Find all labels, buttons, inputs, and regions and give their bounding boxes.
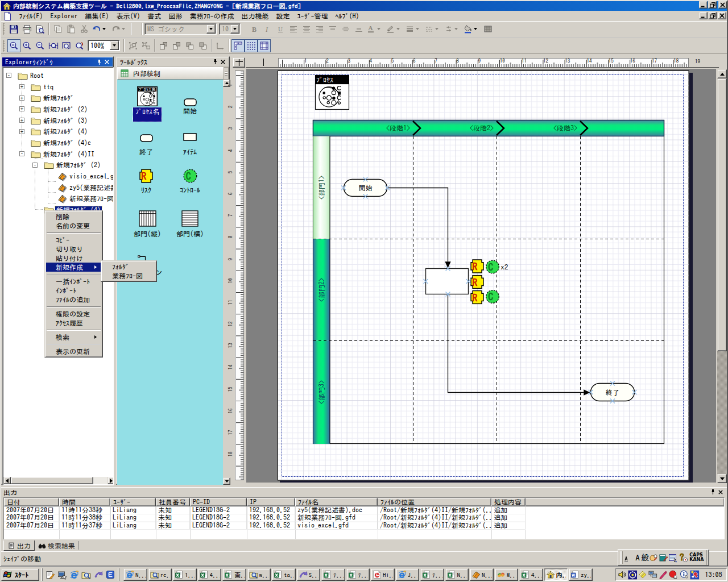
fill-color-dropdown[interactable] [474,28,477,32]
menu-item[interactable]: Explorer [47,12,81,20]
context-menu-item[interactable] [46,327,101,332]
italic-button[interactable]: I [260,23,274,36]
fill-pattern-button[interactable] [481,23,494,36]
taskbar-button[interactable]: ﾃ... [346,568,370,581]
submenu-item[interactable]: ﾌｫﾙﾀﾞ [102,262,155,271]
zoom-page-button[interactable] [60,39,73,52]
line-weight-button[interactable] [404,23,423,36]
column-header[interactable]: 処理内容 [491,498,526,506]
ime-help-button[interactable]: ? [678,551,688,564]
taskbar-button[interactable]: 1... [173,568,197,581]
ime-input-mode-button[interactable] [624,551,634,564]
menu-item[interactable]: ﾍﾙﾌﾟ(H) [332,12,363,20]
menu-item[interactable]: 図形 [165,12,186,20]
taskbar-button[interactable]: 4... [198,568,222,581]
align-right-button[interactable] [313,23,326,36]
save-button[interactable] [7,23,20,36]
line-style-dropdown[interactable] [435,28,439,32]
output-tab[interactable]: 出力 [3,541,35,551]
fill-color-button[interactable] [462,23,481,36]
tree-item[interactable]: zy5(業務記述書 [3,182,113,193]
minimize-button[interactable] [699,1,708,9]
taskbar-button[interactable]: ta... [272,568,296,581]
scrollbar-thumb[interactable] [11,477,93,484]
toolbox-item-start[interactable]: 開始 [173,86,207,114]
undo-dropdown[interactable] [102,28,106,32]
font-color-dropdown[interactable] [377,28,380,32]
column-header[interactable]: IP [247,498,295,506]
taskbar-button[interactable]: 画... [222,568,246,581]
close-button[interactable] [718,1,727,9]
cut-button[interactable] [77,23,90,36]
print-preview-button[interactable] [34,23,47,36]
tree-item[interactable]: + ttq [3,81,113,93]
context-menu-item[interactable] [46,304,101,309]
taskbar-button[interactable]: ﾃ... [420,568,444,581]
ime-dictionary-button[interactable] [659,551,668,564]
menu-item[interactable]: ﾌｧｲﾙ(F) [15,12,47,20]
tree-expander[interactable]: + [19,106,24,111]
bold-button[interactable]: B [247,23,260,36]
margin-toggle-button[interactable] [258,39,271,52]
trackball-icon[interactable] [669,570,679,579]
table-row[interactable]: 2007年07月20日11時11分37秒LiLiang未知LEGEND18G-2… [4,522,724,529]
menu-item[interactable]: 表示(V) [113,12,144,20]
context-menu-item[interactable]: ｺﾋﾟｰ [46,235,101,244]
pen-icon[interactable] [659,570,668,579]
taskbar-button[interactable]: 4... [519,568,543,581]
context-menu-item[interactable]: 名前の変更 [46,221,101,230]
restore-button[interactable] [708,1,717,9]
menu-item[interactable]: ﾕｰｻﾞｰ管理 [293,12,332,20]
send-to-back-button[interactable] [170,39,183,52]
quicklaunch-ie-button[interactable] [68,569,80,581]
taskbar-button[interactable]: re... [148,568,172,581]
tree-horizontal-scrollbar[interactable] [3,477,114,484]
tree-item[interactable]: - 新規ﾌｫﾙﾀﾞ (2) [3,160,113,171]
tree-item[interactable]: visio_excel.gfd [3,171,113,182]
zoom-tool-button[interactable] [7,39,20,52]
tray-clock[interactable]: 13:08 [702,571,725,578]
mdi-close-button[interactable] [718,12,726,19]
menu-item[interactable]: 設定 [272,12,293,20]
quicklaunch-swoosh-button[interactable] [92,569,104,581]
radar-icon[interactable] [628,570,638,580]
output-tab[interactable]: 検索結果 [35,541,79,550]
zoom-refresh-button[interactable] [73,39,86,52]
tree-item[interactable]: + 新規ﾌｫﾙﾀﾞ [3,92,113,103]
toolbox-group-header[interactable]: 内部統制 [117,67,225,80]
tree-expander[interactable]: - [19,151,24,156]
table-row[interactable]: 2007年07月20日11時11分38秒LiLiang未知LEGEND18G-2… [4,514,724,521]
copy-button[interactable] [51,23,64,36]
column-header[interactable]: ﾕｰｻﾞｰ [110,498,156,506]
process-stamp[interactable]: ﾌﾟﾛｾｽ [315,75,349,110]
redo-button[interactable] [110,23,129,36]
print-button[interactable] [20,23,34,36]
context-menu-item[interactable]: 切り取り [46,244,101,253]
taskbar-button[interactable]: N... [470,568,494,581]
info-agent-icon[interactable] [680,570,689,579]
scroll-down-button[interactable] [717,474,727,483]
taskbar-button[interactable]: Hi... [371,568,395,581]
scroll-left-button[interactable] [3,477,11,484]
column-header[interactable]: 時間 [59,498,110,506]
submenu-item[interactable]: 業務ﾌﾛｰ図 [102,271,155,280]
tree-expander[interactable]: - [6,73,11,78]
context-menu-item[interactable]: 権限の設定 [46,309,101,318]
mdi-restore-button[interactable] [708,12,717,19]
context-menu-item[interactable] [46,342,101,347]
context-menu-item[interactable]: 削除 [46,212,101,221]
toolbar-grip[interactable] [2,23,6,35]
grid-toggle-button[interactable] [245,39,258,52]
start-button[interactable]: ｽﾀｰﾄ [1,568,39,581]
tree-item[interactable]: 新規業務ﾌﾛｰ図 [3,193,113,205]
toolbox-close-button[interactable] [219,58,227,65]
output-close-button[interactable] [717,488,725,496]
context-menu-item[interactable] [46,230,101,235]
table-row[interactable]: 2007年07月20日11時11分38秒LiLiang未知LEGEND18G-2… [4,506,724,514]
explorer-close-button[interactable] [103,59,111,66]
ime-conversion-mode[interactable]: 般 [641,551,649,564]
canvas-vertical-scrollbar[interactable] [717,69,727,481]
align-center-button[interactable] [300,23,313,36]
align-left-button[interactable] [287,23,300,36]
menu-item[interactable]: 業務ﾌﾛｰの作成 [186,12,238,20]
